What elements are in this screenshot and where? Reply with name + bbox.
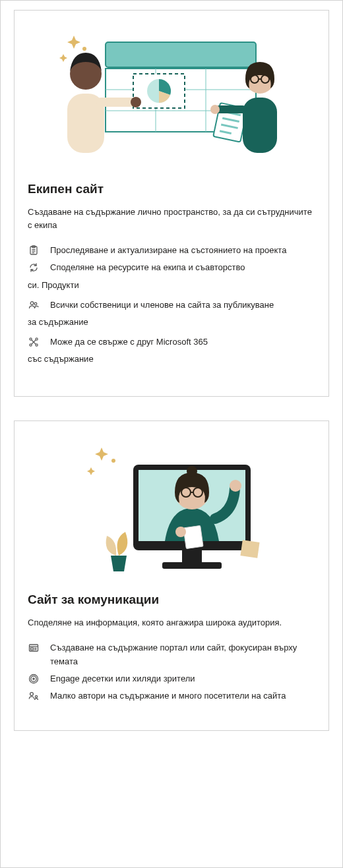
svg-rect-40 xyxy=(162,562,222,569)
svg-point-30 xyxy=(30,301,34,304)
feature-item: Може да се свърже с друг Microsoft 365 xyxy=(28,335,315,349)
svg-point-0 xyxy=(82,47,86,51)
feature-text: Може да се свърже с друг Microsoft 365 xyxy=(50,335,315,349)
communication-site-title: Сайт за комуникации xyxy=(28,593,315,607)
svg-point-24 xyxy=(210,105,220,114)
feature-text: Проследяване и актуализиране на състояни… xyxy=(50,244,315,257)
svg-point-47 xyxy=(230,480,241,492)
feature-item: Споделяне на ресурсите на екипа и съавто… xyxy=(28,261,315,274)
svg-point-35 xyxy=(36,344,38,346)
team-site-card[interactable]: Екипен сайт Създаване на съдържание личн… xyxy=(14,10,329,397)
clipboard-icon xyxy=(28,245,40,256)
communication-site-features: Създаване на съдържание портал или сайт,… xyxy=(28,641,315,703)
team-collab-icon xyxy=(33,25,310,170)
communication-site-card[interactable]: Сайт за комуникации Споделяне на информа… xyxy=(14,420,329,731)
communication-site-illustration xyxy=(28,436,315,581)
communication-site-description: Споделяне на информация, която ангажира … xyxy=(28,616,315,629)
feature-continuation: със съдържание xyxy=(28,353,315,366)
feature-continuation: за съдържание xyxy=(28,316,315,329)
cycle-icon xyxy=(28,262,40,274)
feature-text: Споделяне на ресурсите на екипа и съавто… xyxy=(50,261,315,274)
newspaper-icon xyxy=(28,642,40,654)
feature-item: Създаване на съдържание портал или сайт,… xyxy=(28,641,315,668)
svg-rect-1 xyxy=(106,42,256,67)
feature-continuation: си. Продукти xyxy=(28,279,315,292)
svg-rect-48 xyxy=(183,526,203,549)
broadcast-icon xyxy=(28,673,40,685)
feature-item: Проследяване и актуализиране на състояни… xyxy=(28,244,315,257)
svg-rect-23 xyxy=(215,105,247,113)
svg-point-36 xyxy=(111,459,115,463)
team-site-title: Екипен сайт xyxy=(28,182,315,196)
feature-text: Създаване на съдържание портал или сайт,… xyxy=(50,641,315,668)
feature-text: Малко автори на съдържание и много посет… xyxy=(50,689,315,703)
svg-point-58 xyxy=(30,692,34,695)
team-site-features: Проследяване и актуализиране на състояни… xyxy=(28,244,315,366)
feature-item: Всички собственици и членове на сайта за… xyxy=(28,299,315,312)
svg-point-55 xyxy=(32,678,35,680)
svg-point-33 xyxy=(36,338,38,340)
svg-rect-52 xyxy=(31,648,34,650)
connect-icon xyxy=(28,336,40,348)
feature-item: Engage десетки или хиляди зрители xyxy=(28,672,315,685)
feature-text: Engage десетки или хиляди зрители xyxy=(50,672,315,685)
broadcast-person-icon xyxy=(33,429,310,581)
feature-text: Всички собственици и членове на сайта за… xyxy=(50,299,315,312)
site-type-chooser: Екипен сайт Създаване на съдържание личн… xyxy=(0,0,343,868)
svg-point-43 xyxy=(187,466,197,477)
svg-rect-41 xyxy=(240,540,259,558)
authors-icon xyxy=(28,690,40,702)
svg-rect-39 xyxy=(182,550,202,562)
team-site-description: Създаване на съдържание лично пространст… xyxy=(28,206,315,232)
people-icon xyxy=(28,299,40,311)
svg-point-17 xyxy=(131,97,141,107)
svg-point-59 xyxy=(35,695,37,697)
svg-point-31 xyxy=(34,303,37,305)
svg-point-34 xyxy=(30,344,32,346)
svg-point-49 xyxy=(175,527,186,537)
team-site-illustration xyxy=(28,25,315,170)
feature-item: Малко автори на съдържание и много посет… xyxy=(28,689,315,703)
svg-point-32 xyxy=(30,338,32,340)
svg-rect-18 xyxy=(243,98,277,153)
svg-rect-16 xyxy=(96,98,136,107)
